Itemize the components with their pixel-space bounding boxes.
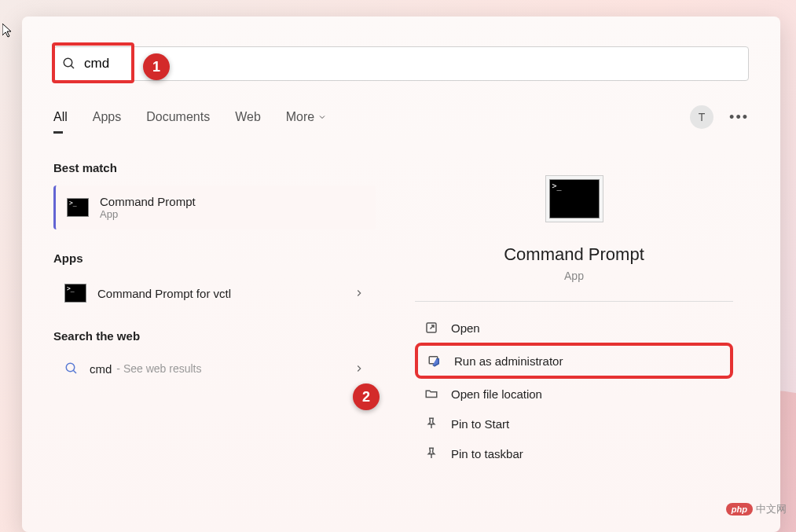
action-open-label: Open	[451, 321, 480, 335]
watermark-text: 中文网	[756, 502, 787, 516]
search-bar-container	[22, 17, 780, 98]
tab-more-label: More	[286, 110, 314, 124]
search-icon	[62, 57, 76, 71]
pin-icon	[424, 416, 438, 431]
command-prompt-icon	[67, 198, 89, 217]
best-match-text: Command Prompt App	[100, 195, 196, 220]
svg-line-1	[71, 65, 74, 68]
web-result-hint: - See web results	[116, 362, 201, 375]
user-avatar[interactable]: T	[690, 105, 713, 129]
action-pin-taskbar-label: Pin to taskbar	[451, 447, 523, 460]
tab-more[interactable]: More	[286, 110, 327, 124]
annotation-callout-2: 2	[353, 383, 380, 410]
chevron-right-icon	[354, 288, 365, 299]
watermark: php 中文网	[726, 502, 787, 516]
web-heading: Search the web	[53, 329, 376, 343]
results-left-column: Best match Command Prompt App Apps Comma…	[53, 161, 376, 526]
overflow-menu-button[interactable]: •••	[729, 109, 749, 126]
apps-heading: Apps	[53, 251, 376, 265]
action-open[interactable]: Open	[415, 313, 733, 343]
command-prompt-icon	[549, 179, 600, 218]
folder-icon	[424, 387, 438, 401]
windows-search-panel: All Apps Documents Web More T ••• Best m…	[22, 17, 780, 532]
svg-point-0	[64, 58, 72, 67]
chevron-right-icon	[354, 363, 365, 374]
tab-web[interactable]: Web	[235, 110, 261, 124]
results-content: Best match Command Prompt App Apps Comma…	[22, 136, 780, 526]
best-match-title: Command Prompt	[100, 195, 196, 208]
tab-documents[interactable]: Documents	[146, 110, 210, 124]
preview-subtitle: App	[399, 270, 749, 282]
preview-title: Command Prompt	[399, 244, 749, 265]
app-result-item[interactable]: Command Prompt for vctl	[53, 276, 376, 310]
pin-icon	[424, 446, 438, 460]
preview-actions: Open Run as administrator Open file loca…	[399, 308, 749, 473]
filter-tabs: All Apps Documents Web More T •••	[22, 98, 780, 136]
app-result-label: Command Prompt for vctl	[97, 287, 231, 300]
best-match-item[interactable]: Command Prompt App	[53, 185, 376, 229]
svg-point-2	[66, 363, 75, 372]
search-icon	[64, 361, 79, 376]
mouse-cursor	[2, 24, 13, 41]
divider	[415, 301, 733, 302]
web-result-item[interactable]: cmd - See web results	[53, 354, 376, 383]
action-open-loc-label: Open file location	[451, 387, 542, 401]
best-match-subtitle: App	[100, 208, 196, 220]
preview-pane: Command Prompt App Open Run as administr…	[399, 161, 749, 526]
action-pin-to-taskbar[interactable]: Pin to taskbar	[415, 438, 733, 468]
search-input[interactable]	[84, 56, 740, 72]
shield-admin-icon	[427, 354, 442, 368]
annotation-callout-1: 1	[143, 53, 170, 80]
action-open-file-location[interactable]: Open file location	[415, 379, 733, 409]
command-prompt-icon	[64, 284, 86, 303]
action-run-as-administrator[interactable]: Run as administrator	[415, 343, 733, 379]
svg-line-3	[73, 370, 76, 373]
open-external-icon	[424, 321, 438, 335]
action-run-admin-label: Run as administrator	[454, 354, 563, 368]
web-result-query: cmd	[90, 362, 112, 376]
action-pin-to-start[interactable]: Pin to Start	[415, 409, 733, 438]
tab-apps[interactable]: Apps	[93, 110, 121, 124]
action-pin-start-label: Pin to Start	[451, 417, 509, 431]
tab-all[interactable]: All	[53, 110, 68, 124]
chevron-down-icon	[317, 112, 327, 122]
best-match-heading: Best match	[53, 161, 376, 174]
preview-app-icon-frame	[545, 175, 603, 222]
watermark-badge: php	[726, 503, 753, 515]
